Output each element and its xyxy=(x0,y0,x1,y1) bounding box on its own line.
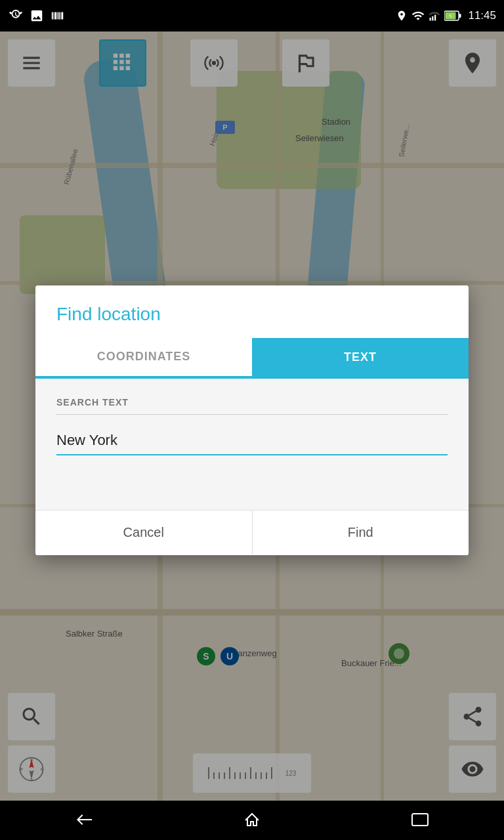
svg-rect-2 xyxy=(434,15,436,21)
battery-status-icon xyxy=(444,10,461,21)
tab-text[interactable]: TEXT xyxy=(252,338,469,377)
dialog-content: SEARCH TEXT xyxy=(35,379,469,510)
signal-status-icon xyxy=(429,10,440,22)
dialog-overlay: Find location COORDINATES TEXT SEARCH TE… xyxy=(0,32,504,808)
status-bar: 11:45 xyxy=(0,0,504,32)
home-button[interactable] xyxy=(226,804,278,837)
back-button[interactable] xyxy=(58,804,110,837)
recents-button[interactable] xyxy=(394,804,446,837)
alarm-icon xyxy=(8,8,24,24)
wifi-status-icon xyxy=(411,9,425,22)
location-status-icon xyxy=(396,10,408,22)
tab-coordinates[interactable]: COORDINATES xyxy=(35,338,252,377)
image-icon xyxy=(29,8,45,24)
field-divider xyxy=(56,414,448,415)
svg-rect-1 xyxy=(432,16,434,21)
svg-rect-15 xyxy=(412,814,428,826)
search-text-input[interactable] xyxy=(56,427,448,455)
barcode-icon xyxy=(50,8,66,24)
search-text-label: SEARCH TEXT xyxy=(56,397,448,408)
cancel-button[interactable]: Cancel xyxy=(35,511,253,555)
dialog-buttons: Cancel Find xyxy=(35,510,469,555)
svg-rect-0 xyxy=(430,18,431,21)
dialog-title: Find location xyxy=(35,285,469,338)
dialog-tabs: COORDINATES TEXT xyxy=(35,338,469,379)
find-button[interactable]: Find xyxy=(253,511,469,555)
find-location-dialog: Find location COORDINATES TEXT SEARCH TE… xyxy=(35,285,469,555)
clock: 11:45 xyxy=(468,9,496,22)
svg-rect-4 xyxy=(459,14,461,18)
